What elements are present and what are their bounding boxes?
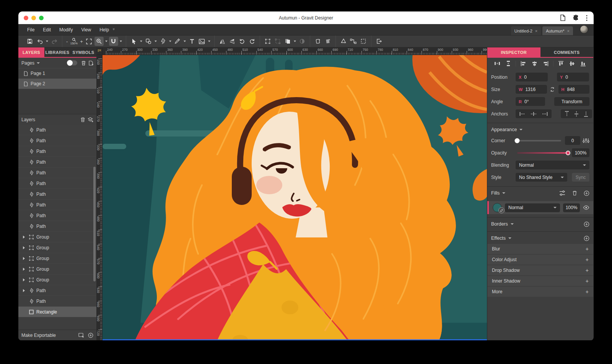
layer-row[interactable]: Path	[18, 285, 96, 296]
export-settings-icon[interactable]	[78, 333, 84, 338]
effect-add-icon[interactable]: +	[586, 289, 589, 295]
knife-tool-caret[interactable]	[184, 41, 186, 42]
undo-icon[interactable]	[35, 37, 44, 46]
layer-row[interactable]: Group	[18, 242, 96, 253]
layer-row[interactable]: Path	[18, 178, 96, 189]
layer-row[interactable]: Path	[18, 200, 96, 210]
position-y-field[interactable]: Y 0	[557, 73, 589, 81]
arrange-icon[interactable]	[283, 37, 292, 46]
delete-page-icon[interactable]	[81, 60, 86, 66]
blending-dropdown[interactable]: Normal	[516, 161, 589, 169]
user-avatar[interactable]	[580, 25, 588, 34]
shape-tool-caret[interactable]	[155, 41, 157, 42]
layer-row[interactable]: Path	[18, 167, 96, 178]
fill-options-icon[interactable]	[559, 190, 566, 196]
zoom-level-indicator[interactable]: 150%	[69, 37, 78, 46]
knife-tool-icon[interactable]	[173, 37, 182, 46]
delete-fill-icon[interactable]	[572, 190, 577, 196]
effect-row[interactable]: Drop Shadow +	[487, 265, 593, 275]
fill-color-swatch[interactable]	[493, 203, 502, 212]
text-tool-icon[interactable]	[187, 37, 197, 46]
slice-icon[interactable]	[359, 37, 368, 46]
fills-header[interactable]: Fills	[487, 188, 593, 198]
corner-value[interactable]: 0	[565, 136, 580, 145]
add-page-icon[interactable]	[88, 60, 93, 66]
layer-row[interactable]: Path	[18, 221, 96, 232]
pen-tool-icon[interactable]	[158, 37, 168, 46]
fill-blend-dropdown[interactable]: Normal	[505, 203, 560, 212]
ruler-unit-label[interactable]: px	[97, 47, 103, 55]
distribute-vertical-icon[interactable]	[506, 60, 511, 67]
effect-add-icon[interactable]: +	[586, 246, 589, 252]
shape-tool-icon[interactable]	[144, 37, 153, 46]
effect-add-icon[interactable]: +	[586, 257, 589, 263]
size-height-field[interactable]: H 848	[558, 85, 590, 94]
effect-add-icon[interactable]: +	[586, 278, 589, 284]
fill-item-row[interactable]: Normal 100%	[487, 201, 593, 214]
layer-expand-caret[interactable]	[23, 278, 26, 281]
anchor-center-icon[interactable]	[531, 112, 537, 116]
opacity-value[interactable]: 100%	[572, 148, 589, 157]
effect-row[interactable]: Inner Shadow +	[487, 276, 593, 286]
layer-row[interactable]: Group	[18, 232, 96, 242]
layer-expand-caret[interactable]	[23, 268, 26, 271]
mask-icon[interactable]	[298, 37, 307, 46]
layer-row[interactable]: Path	[18, 125, 96, 135]
layer-row[interactable]: Path	[18, 210, 96, 221]
left-panel-tab[interactable]: LAYERS	[18, 47, 44, 57]
add-effect-icon[interactable]	[584, 236, 589, 241]
redo-icon[interactable]	[50, 37, 59, 46]
page-icon[interactable]	[560, 15, 566, 21]
anchor-middle-icon[interactable]	[574, 111, 579, 117]
zoom-in-button[interactable]: +	[79, 39, 84, 44]
sync-style-button[interactable]: Sync	[572, 173, 589, 182]
effect-row[interactable]: Color Adjust +	[487, 255, 593, 265]
position-x-field[interactable]: X 0	[516, 73, 548, 81]
design-canvas[interactable]	[103, 55, 487, 340]
page-row[interactable]: Page 1	[18, 68, 96, 78]
effect-row[interactable]: Blur +	[487, 244, 593, 254]
rotate-cw-icon[interactable]	[247, 37, 257, 46]
align-top-icon[interactable]	[558, 61, 564, 67]
zoom-tool-icon[interactable]	[94, 37, 104, 46]
tab-overflow-chevron-icon[interactable]: »	[112, 28, 116, 29]
tab-close-icon[interactable]: ×	[535, 29, 537, 33]
left-panel-tab[interactable]: LIBRARIES	[44, 47, 70, 57]
pen-tool-caret[interactable]	[169, 41, 171, 42]
pages-visibility-toggle[interactable]	[67, 60, 77, 65]
undo-dropdown-caret[interactable]	[46, 41, 48, 42]
corner-slider[interactable]	[517, 140, 561, 141]
anchor-bottom-icon[interactable]	[584, 111, 588, 117]
group-icon[interactable]	[263, 37, 272, 46]
layer-expand-caret[interactable]	[23, 246, 26, 249]
add-border-icon[interactable]	[584, 221, 589, 227]
corner-options-icon[interactable]	[583, 138, 589, 143]
inspector-tab[interactable]: COMMENTS	[540, 47, 594, 57]
export-icon[interactable]	[374, 37, 384, 46]
transform-button[interactable]: Transform	[554, 97, 589, 106]
eyedropper-icon[interactable]	[498, 207, 505, 213]
symbol-icon[interactable]	[339, 37, 348, 46]
layer-expand-caret[interactable]	[23, 257, 26, 260]
page-row[interactable]: Page 2	[18, 78, 96, 89]
menu-item[interactable]: Modify	[56, 26, 76, 34]
make-exportable-bar[interactable]: Make Exportable	[18, 330, 96, 340]
paste-in-front-icon[interactable]	[313, 37, 322, 46]
layer-row[interactable]: Group	[18, 275, 96, 285]
anchor-left-icon[interactable]	[519, 112, 526, 116]
layer-expand-caret[interactable]	[23, 236, 26, 239]
layer-row[interactable]: Path	[18, 135, 96, 146]
opacity-slider[interactable]	[517, 152, 568, 154]
zoom-tool-caret[interactable]	[105, 41, 107, 42]
tab-close-icon[interactable]: ×	[567, 29, 570, 33]
style-dropdown[interactable]: No Shared Style	[516, 173, 567, 182]
layer-row[interactable]: Path	[18, 189, 96, 200]
left-panel-tab[interactable]: SYMBOLS	[70, 47, 96, 57]
paste-in-back-icon[interactable]	[323, 37, 332, 46]
align-center-horizontal-icon[interactable]	[532, 61, 537, 67]
fill-opacity-value[interactable]: 100%	[563, 203, 580, 212]
ungroup-icon[interactable]	[273, 37, 282, 46]
effect-row[interactable]: More +	[487, 287, 593, 297]
align-middle-vertical-icon[interactable]	[569, 61, 575, 67]
delete-layer-icon[interactable]	[80, 117, 85, 122]
